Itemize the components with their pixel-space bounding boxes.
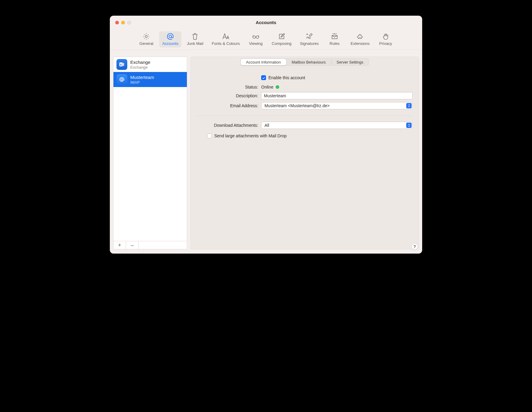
trash-icon (191, 33, 199, 40)
account-name: Musterteam (130, 74, 154, 80)
accounts-preferences-window: Accounts General Accounts Junk Mail Font… (110, 16, 422, 254)
toolbar-item-junk-mail[interactable]: Junk Mail (184, 31, 206, 48)
account-text: Musterteam IMAP (130, 74, 154, 85)
svg-point-0 (145, 36, 147, 38)
glasses-icon (252, 33, 260, 40)
minimize-window-button[interactable] (121, 21, 125, 24)
at-account-icon (116, 74, 127, 85)
tab-account-information[interactable]: Account Information (241, 59, 286, 65)
content-area: E Exchange Exchange Musterteam IMAP (110, 50, 422, 254)
mail-drop-checkbox[interactable] (207, 133, 212, 138)
at-icon (166, 33, 175, 40)
toolbar-item-composing[interactable]: Composing (269, 31, 295, 48)
toolbar-item-fonts-colours[interactable]: Fonts & Colours (209, 31, 243, 48)
email-address-select[interactable]: Musterteam <Musterteam@lrz.de> (261, 102, 413, 109)
add-account-button[interactable]: + (113, 241, 126, 249)
account-row-musterteam[interactable]: Musterteam IMAP (113, 72, 187, 87)
accounts-list[interactable]: E Exchange Exchange Musterteam IMAP (113, 57, 187, 241)
toolbar-label: Junk Mail (187, 41, 203, 46)
help-button[interactable]: ? (411, 243, 418, 250)
account-detail-panel: Account Information Mailbox Behaviours S… (190, 57, 419, 249)
svg-text:E: E (120, 63, 122, 66)
download-attachments-select[interactable]: All (261, 122, 413, 129)
toolbar-item-rules[interactable]: Rules (324, 31, 345, 48)
svg-point-3 (256, 36, 259, 39)
mail-drop-label: Send large attachments with Mail Drop (214, 133, 286, 138)
description-row: Description: (197, 92, 413, 99)
enable-account-row: Enable this account (261, 75, 413, 80)
svg-point-2 (253, 36, 255, 39)
toolbar-label: Composing (272, 41, 292, 46)
remove-account-button[interactable]: – (126, 241, 139, 249)
sidebar-footer-spacer (139, 241, 187, 249)
toolbar-item-privacy[interactable]: Privacy (375, 31, 396, 48)
gear-icon (142, 33, 150, 40)
account-type: Exchange (130, 65, 150, 70)
status-text: Online (261, 85, 273, 89)
sidebar-footer: + – (113, 241, 187, 249)
status-row: Status: Online (197, 85, 413, 89)
title-bar: Accounts (110, 16, 422, 29)
status-value-group: Online (261, 85, 413, 89)
hand-icon (382, 33, 390, 40)
account-info-form: Enable this account Status: Online Descr… (194, 70, 415, 138)
download-attachments-label: Download Attachments: (197, 123, 258, 128)
signature-icon (305, 33, 314, 40)
rules-icon (330, 33, 339, 40)
download-value: All (264, 123, 269, 128)
account-text: Exchange Exchange (130, 59, 150, 70)
fonts-icon (221, 33, 230, 40)
zoom-window-button[interactable] (127, 21, 131, 24)
tab-server-settings[interactable]: Server Settings (331, 59, 369, 65)
status-label: Status: (197, 85, 258, 89)
exchange-icon: E (116, 59, 127, 70)
accounts-sidebar: E Exchange Exchange Musterteam IMAP (113, 57, 187, 249)
toolbar-label: Privacy (379, 41, 392, 46)
toolbar-label: Viewing (249, 41, 262, 46)
email-row: Email Address: Musterteam <Musterteam@lr… (197, 102, 413, 109)
tab-mailbox-behaviours[interactable]: Mailbox Behaviours (286, 59, 331, 65)
toolbar-label: Extensions (351, 41, 370, 46)
window-title: Accounts (110, 20, 422, 25)
toolbar-item-viewing[interactable]: Viewing (245, 31, 266, 48)
email-label: Email Address: (197, 103, 258, 108)
svg-point-1 (169, 35, 172, 38)
puzzle-icon (356, 33, 364, 40)
dropdown-knob-icon (406, 103, 412, 108)
svg-point-6 (121, 79, 123, 80)
toolbar-item-general[interactable]: General (136, 31, 157, 48)
toolbar-item-signatures[interactable]: Signatures (297, 31, 322, 48)
preferences-toolbar: General Accounts Junk Mail Fonts & Colou… (110, 29, 422, 50)
close-window-button[interactable] (115, 21, 119, 24)
toolbar-label: Rules (329, 41, 339, 46)
account-name: Exchange (130, 59, 150, 65)
description-label: Description: (197, 93, 258, 98)
dropdown-knob-icon (406, 123, 412, 128)
online-indicator-icon (276, 85, 279, 89)
toolbar-item-extensions[interactable]: Extensions (348, 31, 373, 48)
enable-account-checkbox[interactable] (261, 75, 266, 80)
account-row-exchange[interactable]: E Exchange Exchange (113, 57, 187, 72)
toolbar-label: Accounts (162, 41, 178, 46)
email-value: Musterteam <Musterteam@lrz.de> (264, 103, 330, 108)
account-type: IMAP (130, 80, 154, 85)
window-controls (110, 21, 131, 24)
enable-account-label: Enable this account (268, 75, 305, 80)
toolbar-label: Signatures (300, 41, 319, 46)
compose-icon (277, 33, 286, 40)
mail-drop-row: Send large attachments with Mail Drop (207, 133, 413, 138)
account-tabs: Account Information Mailbox Behaviours S… (240, 58, 369, 66)
download-attachments-row: Download Attachments: All (197, 122, 413, 129)
toolbar-label: Fonts & Colours (212, 41, 240, 46)
toolbar-item-accounts[interactable]: Accounts (159, 31, 181, 48)
divider (197, 116, 413, 116)
description-input[interactable] (261, 92, 413, 99)
toolbar-label: General (139, 41, 153, 46)
